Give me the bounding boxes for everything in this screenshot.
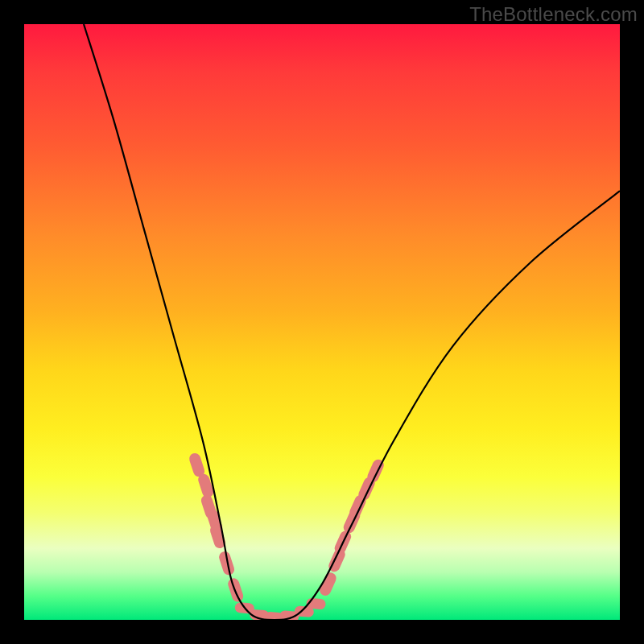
curve-svg [24, 24, 620, 620]
chart-frame: TheBottleneck.com [0, 0, 644, 644]
right-blobs [318, 457, 386, 597]
left-blobs [188, 452, 245, 603]
plot-area [24, 24, 620, 620]
watermark-text: TheBottleneck.com [469, 3, 638, 26]
valley-blobs [234, 597, 326, 620]
